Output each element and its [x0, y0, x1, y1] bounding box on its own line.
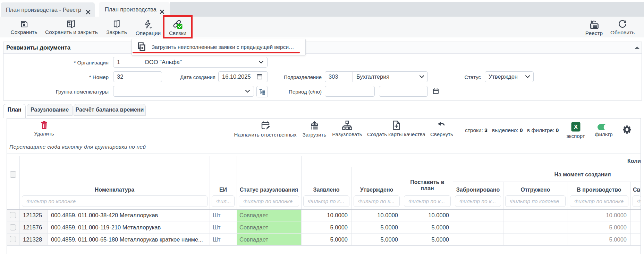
- svg-text:X: X: [574, 124, 578, 130]
